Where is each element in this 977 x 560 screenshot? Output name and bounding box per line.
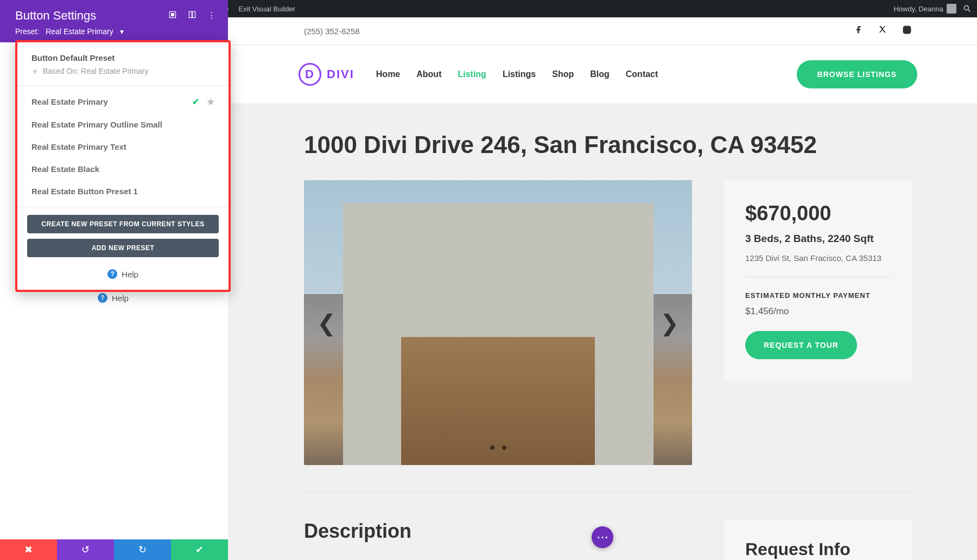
- description-heading: Description: [304, 520, 692, 543]
- preset-dropdown: Button Default Preset ★ Based On: Real E…: [15, 40, 231, 292]
- request-info-card: Request Info: [725, 520, 912, 560]
- snap-icon[interactable]: [168, 10, 177, 21]
- svg-point-6: [905, 28, 909, 31]
- undo-button[interactable]: ↺: [57, 539, 114, 560]
- module-options-fab[interactable]: ⋯: [592, 526, 613, 548]
- star-icon: ★: [31, 67, 39, 75]
- preset-dropdown-toggle[interactable]: Preset: Real Estate Primary ▾: [15, 27, 216, 36]
- phone-number: (255) 352-6258: [304, 27, 360, 36]
- panel-title-text: Button Settings: [15, 9, 96, 23]
- svg-point-7: [909, 27, 910, 28]
- nav-item-blog[interactable]: Blog: [590, 69, 610, 79]
- nav-item-contact[interactable]: Contact: [626, 69, 658, 79]
- property-address: 1235 Divi St, San Fracisco, CA 35313: [745, 253, 891, 277]
- search-icon[interactable]: [963, 4, 972, 13]
- request-tour-button[interactable]: REQUEST A TOUR: [745, 331, 857, 359]
- more-icon[interactable]: ⋮: [207, 10, 216, 21]
- star-icon: ★: [207, 97, 214, 107]
- gallery-dot[interactable]: [490, 446, 494, 450]
- create-preset-button[interactable]: CREATE NEW PRESET FROM CURRENT STYLES: [27, 215, 219, 233]
- preset-item[interactable]: Real Estate Black: [17, 158, 229, 180]
- x-icon[interactable]: [878, 25, 887, 37]
- instagram-icon[interactable]: [902, 25, 912, 37]
- panel-help-link[interactable]: ? Help: [98, 293, 129, 303]
- page-title: 1000 Divi Drive 246, San Francisco, CA 9…: [304, 131, 912, 158]
- based-on-label: ★ Based On: Real Estate Primary: [31, 67, 214, 75]
- exit-vb-link[interactable]: Exit Visual Builder: [238, 5, 295, 13]
- main-menu: HomeAboutListingListingsShopBlogContact: [376, 69, 658, 79]
- panel-header: Button Settings ⋮ Preset: Real Estate Pr…: [0, 0, 228, 42]
- property-gallery: ❮ ❯: [304, 180, 692, 465]
- gallery-dot[interactable]: [502, 446, 506, 450]
- howdy-link[interactable]: Howdy, Deanna: [893, 4, 956, 14]
- browse-listings-button[interactable]: BROWSE LISTINGS: [797, 60, 917, 88]
- nav-item-shop[interactable]: Shop: [552, 69, 574, 79]
- check-icon: ✔: [192, 97, 199, 107]
- nav-item-about[interactable]: About: [416, 69, 441, 79]
- dropdown-help-link[interactable]: ? Help: [17, 260, 229, 285]
- facebook-icon[interactable]: [854, 25, 863, 37]
- svg-line-4: [968, 10, 970, 12]
- preset-item[interactable]: Real Estate Primary Outline Small: [17, 113, 229, 136]
- gallery-dots: [490, 446, 506, 450]
- svg-rect-11: [193, 11, 195, 17]
- property-summary-card: $670,000 3 Beds, 2 Baths, 2240 Sqft 1235…: [725, 180, 912, 381]
- avatar: [947, 4, 956, 14]
- request-info-heading: Request Info: [745, 539, 891, 559]
- chevron-down-icon: ▾: [120, 27, 124, 36]
- svg-point-3: [964, 5, 968, 10]
- logo-text: DIVI: [327, 67, 354, 81]
- property-specs: 3 Beds, 2 Baths, 2240 Sqft: [745, 233, 891, 245]
- nav-item-listing[interactable]: Listing: [458, 69, 486, 79]
- gallery-prev-icon[interactable]: ❮: [317, 309, 336, 336]
- save-button[interactable]: ✔: [171, 539, 228, 560]
- cancel-button[interactable]: ✖: [0, 539, 57, 560]
- logo[interactable]: D DIVI: [299, 63, 354, 86]
- svg-rect-10: [189, 11, 192, 17]
- help-icon: ?: [98, 293, 107, 303]
- preset-list: Real Estate Primary✔★Real Estate Primary…: [17, 86, 229, 207]
- nav-item-home[interactable]: Home: [376, 69, 400, 79]
- nav-item-listings[interactable]: Listings: [503, 69, 536, 79]
- gallery-next-icon[interactable]: ❯: [660, 309, 679, 336]
- preset-item[interactable]: Real Estate Button Preset 1: [17, 180, 229, 202]
- estimate-label: ESTIMATED MONTHLY PAYMENT: [745, 291, 891, 300]
- redo-button[interactable]: ↻: [114, 539, 171, 560]
- property-price: $670,000: [745, 202, 891, 225]
- svg-rect-9: [172, 14, 174, 16]
- default-preset-label[interactable]: Button Default Preset: [31, 53, 214, 62]
- add-preset-button[interactable]: ADD NEW PRESET: [27, 239, 219, 257]
- estimate-value: $1,456/mo: [745, 306, 891, 317]
- panel-footer: ✖ ↺ ↻ ✔: [0, 539, 228, 560]
- expand-icon[interactable]: [188, 10, 196, 21]
- preset-item[interactable]: Real Estate Primary✔★: [17, 90, 229, 113]
- preset-item[interactable]: Real Estate Primary Text: [17, 136, 229, 158]
- logo-icon: D: [299, 63, 321, 86]
- help-icon: ?: [107, 269, 117, 279]
- social-links: [854, 25, 912, 37]
